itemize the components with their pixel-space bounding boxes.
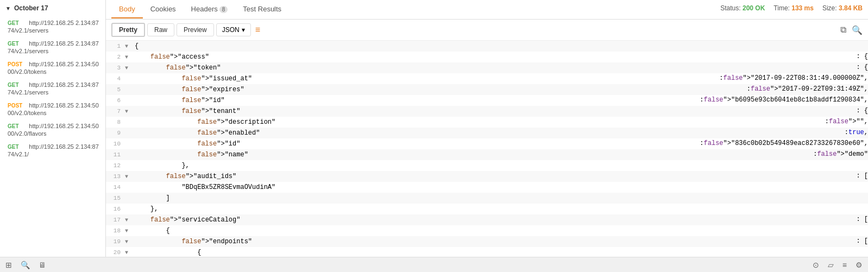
preview-button[interactable]: Preview <box>177 23 214 36</box>
line-toggle[interactable]: ▼ <box>125 236 133 247</box>
list-item[interactable]: GET http://192.168.25 2.134:8774/v2.1/ <box>0 140 105 161</box>
status-value: 200 OK <box>743 4 765 12</box>
json-string: false <box>817 149 836 159</box>
list-item[interactable]: POST http://192.168.25 2.134:5000/v2.0/t… <box>0 58 105 78</box>
line-content: false">"tenant" <box>133 106 856 117</box>
line-toggle[interactable]: ▼ <box>125 247 133 257</box>
line-number: 14 <box>106 182 125 192</box>
table-row: 15 ] <box>106 193 868 204</box>
size-value: 3.84 KB <box>839 4 863 12</box>
line-content: ] <box>133 193 868 204</box>
line-toggle <box>125 73 133 74</box>
line-number: 15 <box>106 193 125 203</box>
method-badge: GET <box>8 20 27 26</box>
table-row: 2 ▼ false">"access": { <box>106 52 868 62</box>
table-row: 9 false">"enabled": true, <box>106 128 868 138</box>
line-number: 3 <box>106 62 125 73</box>
json-select[interactable]: JSON ▾ <box>216 23 251 36</box>
list-item[interactable]: GET http://192.168.25 2.134:8774/v2.1/se… <box>0 78 105 99</box>
sidebar: ▼ October 17 GET http://192.168.25 2.134… <box>0 0 106 257</box>
line-toggle[interactable]: ▼ <box>125 214 133 225</box>
line-toggle <box>125 84 133 85</box>
dropdown-icon: ▾ <box>242 26 245 34</box>
table-row: 11 false">"name": false">"demo" <box>106 149 868 160</box>
tabs-bar: BodyCookiesHeaders8Test Results Status: … <box>106 0 868 20</box>
json-key: false <box>197 129 217 137</box>
filter-icon[interactable]: ≡ <box>255 25 260 35</box>
json-key: false <box>197 151 217 159</box>
list-item[interactable]: GET http://192.168.25 2.134:8774/v2.1/se… <box>0 16 105 37</box>
line-toggle[interactable]: ▼ <box>125 41 133 52</box>
json-bool: true <box>848 128 864 137</box>
line-toggle[interactable]: ▼ <box>125 171 133 182</box>
bottom-bar: ⊞ 🔍 🖥 ⊙ ▱ ≡ ⚙ <box>0 257 868 272</box>
tab-body[interactable]: Body <box>111 1 143 18</box>
table-row: 17 ▼ false">"serviceCatalog": [ <box>106 214 868 225</box>
console-icon[interactable]: ≡ <box>842 261 847 269</box>
status-text-label: Status: <box>720 4 740 12</box>
json-key: false <box>150 53 170 61</box>
list-item[interactable]: POST http://192.168.25 2.134:5000/v2.0/t… <box>0 99 105 119</box>
sidebar-group-header[interactable]: ▼ October 17 <box>0 0 105 16</box>
chevron-down-icon: ▼ <box>5 5 11 11</box>
layout-icon[interactable]: ⊞ <box>5 261 12 269</box>
line-content: false">"issued_at" <box>133 73 719 84</box>
pretty-button[interactable]: Pretty <box>111 23 145 37</box>
tab-cookies[interactable]: Cookies <box>143 1 184 18</box>
method-badge: GET <box>8 123 27 129</box>
size-text-label: Size: <box>822 4 837 12</box>
json-key: false <box>181 238 201 245</box>
tab-headers[interactable]: Headers8 <box>184 1 236 18</box>
line-toggle <box>125 117 133 118</box>
json-string: false <box>829 117 848 126</box>
settings-icon[interactable]: ⚙ <box>856 261 863 269</box>
line-toggle[interactable]: ▼ <box>125 225 133 236</box>
line-number: 5 <box>106 84 125 94</box>
time-label: Time: 133 ms <box>773 4 814 12</box>
table-row: 4 false">"issued_at": false">"2017-09-22… <box>106 73 868 84</box>
line-toggle[interactable]: ▼ <box>125 62 133 73</box>
list-item[interactable]: GET http://192.168.25 2.134:5000/v2.0/fl… <box>0 119 105 140</box>
json-key: false <box>166 173 186 180</box>
json-viewer: 1 ▼ { 2 ▼ false">"access": { 3 ▼ false">… <box>106 41 868 257</box>
table-row: 3 ▼ false">"token": { <box>106 62 868 73</box>
line-toggle <box>125 160 133 161</box>
line-content: false">"access" <box>133 52 856 62</box>
json-string: false <box>751 84 770 94</box>
line-number: 10 <box>106 138 125 149</box>
search-button[interactable]: 🔍 <box>852 25 863 35</box>
line-content: false">"token" <box>133 62 856 73</box>
tab-test-results[interactable]: Test Results <box>235 1 289 18</box>
line-content: false">"serviceCatalog" <box>133 214 856 225</box>
method-badge: POST <box>8 103 27 109</box>
browser-icon[interactable]: 🖥 <box>39 261 46 269</box>
line-content: false">"name" <box>133 149 813 160</box>
format-bar: Pretty Raw Preview JSON ▾ ≡ ⧉ 🔍 <box>106 20 868 41</box>
table-row: 10 false">"id": false">"836c0b02b549489e… <box>106 138 868 149</box>
list-item[interactable]: GET http://192.168.25 2.134:8774/v2.1/se… <box>0 37 105 58</box>
json-label: JSON <box>222 26 240 34</box>
panel-icon[interactable]: ▱ <box>828 261 834 269</box>
json-string: false <box>724 73 743 83</box>
tab-badge: 8 <box>219 6 228 13</box>
line-number: 7 <box>106 106 125 116</box>
line-content: false">"id" <box>133 95 700 106</box>
search-bottom-icon[interactable]: 🔍 <box>21 261 30 269</box>
line-content: false">"endpoints" <box>133 236 856 247</box>
table-row: 13 ▼ false">"audit_ids": [ <box>106 171 868 182</box>
line-number: 11 <box>106 149 125 160</box>
table-row: 6 false">"id": false">"b6095e93cb6041eb8… <box>106 95 868 106</box>
line-toggle[interactable]: ▼ <box>125 106 133 117</box>
line-number: 2 <box>106 52 125 62</box>
json-key: false <box>181 75 201 83</box>
raw-button[interactable]: Raw <box>147 23 174 36</box>
line-content: false">"enabled" <box>133 128 845 138</box>
line-content: { <box>133 225 868 236</box>
copy-button[interactable]: ⧉ <box>840 25 846 35</box>
table-row: 12 }, <box>106 160 868 171</box>
line-toggle <box>125 193 133 194</box>
size-label: Size: 3.84 KB <box>822 4 863 12</box>
location-icon[interactable]: ⊙ <box>813 261 819 269</box>
line-toggle[interactable]: ▼ <box>125 52 133 62</box>
line-content: false">"audit_ids" <box>133 171 856 182</box>
